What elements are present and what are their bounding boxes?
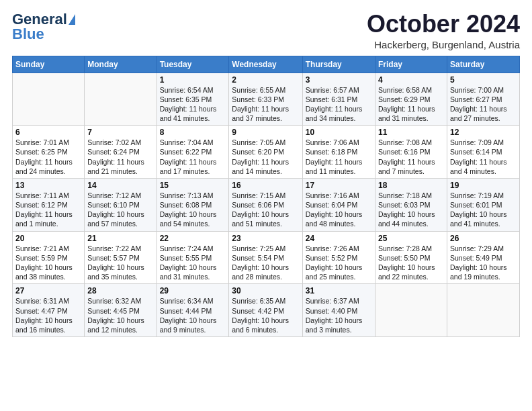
day-info: Sunrise: 7:21 AMSunset: 5:59 PMDaylight:… xyxy=(15,244,81,282)
day-number: 28 xyxy=(87,286,153,295)
day-info: Sunrise: 6:37 AMSunset: 4:40 PMDaylight:… xyxy=(306,296,372,334)
day-number: 13 xyxy=(15,181,81,190)
day-info: Sunrise: 6:55 AMSunset: 6:33 PMDaylight:… xyxy=(232,85,299,124)
calendar-week-row-1: 1Sunrise: 6:54 AMSunset: 6:35 PMDaylight… xyxy=(13,73,520,126)
calendar-day-cell: 6Sunrise: 7:01 AMSunset: 6:25 PMDaylight… xyxy=(13,126,85,179)
calendar-day-cell xyxy=(13,73,85,126)
day-info: Sunrise: 7:04 AMSunset: 6:22 PMDaylight:… xyxy=(160,138,226,176)
calendar-day-cell: 14Sunrise: 7:12 AMSunset: 6:10 PMDayligh… xyxy=(85,178,157,231)
day-info: Sunrise: 6:35 AMSunset: 4:42 PMDaylight:… xyxy=(232,296,299,334)
calendar-day-cell: 28Sunrise: 6:32 AMSunset: 4:45 PMDayligh… xyxy=(85,284,157,337)
header-tuesday: Tuesday xyxy=(157,56,229,73)
page: General Blue October 2024 Hackerberg, Bu… xyxy=(0,0,532,411)
weekday-header-row: Sunday Monday Tuesday Wednesday Thursday… xyxy=(13,56,520,73)
calendar-week-row-2: 6Sunrise: 7:01 AMSunset: 6:25 PMDaylight… xyxy=(13,126,520,179)
day-info: Sunrise: 7:08 AMSunset: 6:16 PMDaylight:… xyxy=(378,138,444,176)
calendar-day-cell: 19Sunrise: 7:19 AMSunset: 6:01 PMDayligh… xyxy=(447,178,519,231)
day-number: 26 xyxy=(450,234,517,243)
calendar-day-cell: 27Sunrise: 6:31 AMSunset: 4:47 PMDayligh… xyxy=(13,284,85,337)
calendar-day-cell: 30Sunrise: 6:35 AMSunset: 4:42 PMDayligh… xyxy=(229,284,302,337)
day-number: 18 xyxy=(378,181,444,190)
day-number: 8 xyxy=(160,128,226,137)
logo-triangle-icon xyxy=(69,14,75,25)
calendar-day-cell: 8Sunrise: 7:04 AMSunset: 6:22 PMDaylight… xyxy=(157,126,229,179)
day-number: 23 xyxy=(232,234,299,243)
calendar-day-cell: 3Sunrise: 6:57 AMSunset: 6:31 PMDaylight… xyxy=(302,73,375,126)
day-info: Sunrise: 7:12 AMSunset: 6:10 PMDaylight:… xyxy=(87,191,153,229)
calendar-day-cell: 10Sunrise: 7:06 AMSunset: 6:18 PMDayligh… xyxy=(302,126,375,179)
calendar-day-cell: 29Sunrise: 6:34 AMSunset: 4:44 PMDayligh… xyxy=(157,284,229,337)
day-info: Sunrise: 7:13 AMSunset: 6:08 PMDaylight:… xyxy=(160,191,226,229)
day-number: 22 xyxy=(160,234,226,243)
calendar-day-cell: 23Sunrise: 7:25 AMSunset: 5:54 PMDayligh… xyxy=(229,231,302,284)
header-monday: Monday xyxy=(85,56,157,73)
day-info: Sunrise: 7:01 AMSunset: 6:25 PMDaylight:… xyxy=(15,138,81,176)
header-thursday: Thursday xyxy=(302,56,375,73)
calendar-week-row-4: 20Sunrise: 7:21 AMSunset: 5:59 PMDayligh… xyxy=(13,231,520,284)
logo-blue: Blue xyxy=(12,26,44,43)
day-number: 19 xyxy=(450,181,517,190)
day-info: Sunrise: 7:19 AMSunset: 6:01 PMDaylight:… xyxy=(450,191,517,229)
day-number: 1 xyxy=(160,75,226,85)
calendar-day-cell: 24Sunrise: 7:26 AMSunset: 5:52 PMDayligh… xyxy=(302,231,375,284)
day-number: 29 xyxy=(160,286,226,295)
day-number: 25 xyxy=(378,234,444,243)
calendar-day-cell: 7Sunrise: 7:02 AMSunset: 6:24 PMDaylight… xyxy=(85,126,157,179)
header: General Blue October 2024 Hackerberg, Bu… xyxy=(12,11,520,50)
logo: General Blue xyxy=(12,11,77,43)
title-block: October 2024 Hackerberg, Burgenland, Aus… xyxy=(367,11,520,50)
calendar-day-cell: 2Sunrise: 6:55 AMSunset: 6:33 PMDaylight… xyxy=(229,73,302,126)
day-info: Sunrise: 6:54 AMSunset: 6:35 PMDaylight:… xyxy=(160,85,226,124)
day-number: 12 xyxy=(450,128,517,137)
calendar-day-cell: 16Sunrise: 7:15 AMSunset: 6:06 PMDayligh… xyxy=(229,178,302,231)
calendar-day-cell: 22Sunrise: 7:24 AMSunset: 5:55 PMDayligh… xyxy=(157,231,229,284)
day-info: Sunrise: 7:28 AMSunset: 5:50 PMDaylight:… xyxy=(378,244,444,282)
calendar-day-cell xyxy=(447,284,519,337)
day-number: 11 xyxy=(378,128,444,137)
day-number: 20 xyxy=(15,234,81,243)
day-info: Sunrise: 7:06 AMSunset: 6:18 PMDaylight:… xyxy=(306,138,372,176)
calendar-day-cell: 18Sunrise: 7:18 AMSunset: 6:03 PMDayligh… xyxy=(375,178,447,231)
day-info: Sunrise: 6:31 AMSunset: 4:47 PMDaylight:… xyxy=(15,296,81,334)
day-number: 5 xyxy=(450,75,517,85)
calendar-day-cell: 1Sunrise: 6:54 AMSunset: 6:35 PMDaylight… xyxy=(157,73,229,126)
calendar-day-cell: 13Sunrise: 7:11 AMSunset: 6:12 PMDayligh… xyxy=(13,178,85,231)
day-number: 17 xyxy=(306,181,372,190)
day-info: Sunrise: 7:09 AMSunset: 6:14 PMDaylight:… xyxy=(450,138,517,176)
day-info: Sunrise: 7:00 AMSunset: 6:27 PMDaylight:… xyxy=(450,85,517,124)
calendar-day-cell: 9Sunrise: 7:05 AMSunset: 6:20 PMDaylight… xyxy=(229,126,302,179)
day-info: Sunrise: 6:34 AMSunset: 4:44 PMDaylight:… xyxy=(160,296,226,334)
day-number: 6 xyxy=(15,128,81,137)
day-number: 15 xyxy=(160,181,226,190)
day-number: 16 xyxy=(232,181,299,190)
calendar-day-cell xyxy=(85,73,157,126)
day-info: Sunrise: 6:57 AMSunset: 6:31 PMDaylight:… xyxy=(306,85,372,124)
day-info: Sunrise: 7:16 AMSunset: 6:04 PMDaylight:… xyxy=(306,191,372,229)
day-info: Sunrise: 7:26 AMSunset: 5:52 PMDaylight:… xyxy=(306,244,372,282)
day-number: 10 xyxy=(306,128,372,137)
day-number: 27 xyxy=(15,286,81,295)
day-info: Sunrise: 7:02 AMSunset: 6:24 PMDaylight:… xyxy=(87,138,153,176)
day-info: Sunrise: 7:15 AMSunset: 6:06 PMDaylight:… xyxy=(232,191,299,229)
location: Hackerberg, Burgenland, Austria xyxy=(367,39,520,50)
header-saturday: Saturday xyxy=(447,56,519,73)
calendar-day-cell: 15Sunrise: 7:13 AMSunset: 6:08 PMDayligh… xyxy=(157,178,229,231)
day-number: 31 xyxy=(306,286,372,295)
header-friday: Friday xyxy=(375,56,447,73)
calendar-day-cell: 5Sunrise: 7:00 AMSunset: 6:27 PMDaylight… xyxy=(447,73,519,126)
day-info: Sunrise: 7:22 AMSunset: 5:57 PMDaylight:… xyxy=(87,244,153,282)
calendar-day-cell: 20Sunrise: 7:21 AMSunset: 5:59 PMDayligh… xyxy=(13,231,85,284)
calendar-day-cell: 25Sunrise: 7:28 AMSunset: 5:50 PMDayligh… xyxy=(375,231,447,284)
day-number: 9 xyxy=(232,128,299,137)
calendar-day-cell: 26Sunrise: 7:29 AMSunset: 5:49 PMDayligh… xyxy=(447,231,519,284)
calendar-day-cell xyxy=(375,284,447,337)
calendar-day-cell: 17Sunrise: 7:16 AMSunset: 6:04 PMDayligh… xyxy=(302,178,375,231)
day-info: Sunrise: 7:24 AMSunset: 5:55 PMDaylight:… xyxy=(160,244,226,282)
day-number: 3 xyxy=(306,75,372,85)
day-info: Sunrise: 7:11 AMSunset: 6:12 PMDaylight:… xyxy=(15,191,81,229)
calendar-day-cell: 4Sunrise: 6:58 AMSunset: 6:29 PMDaylight… xyxy=(375,73,447,126)
day-number: 14 xyxy=(87,181,153,190)
calendar-table: Sunday Monday Tuesday Wednesday Thursday… xyxy=(12,56,520,337)
header-wednesday: Wednesday xyxy=(229,56,302,73)
day-info: Sunrise: 7:18 AMSunset: 6:03 PMDaylight:… xyxy=(378,191,444,229)
